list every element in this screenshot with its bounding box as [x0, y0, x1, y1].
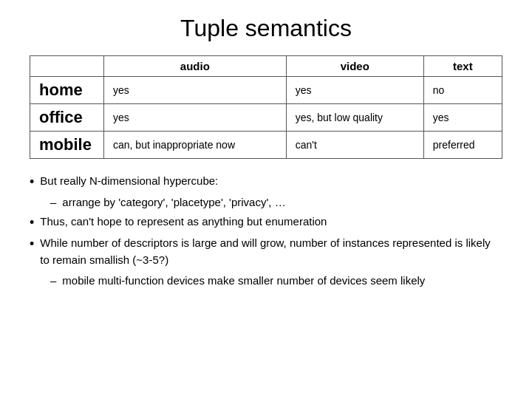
- bullet-dot: •: [30, 214, 34, 231]
- bullet-item-1: •Thus, can't hope to represent as anythi…: [30, 213, 502, 231]
- col-header-text: text: [423, 56, 502, 77]
- bullet-dot: •: [30, 236, 34, 253]
- bullet-item-0: •But really N-dimensional hypercube:: [30, 172, 502, 191]
- semantics-table: audio video text homeyesyesnoofficeyesye…: [30, 55, 502, 159]
- cell-office-col1: yes, but low quality: [286, 104, 423, 132]
- cell-home-col0: yes: [104, 77, 287, 104]
- sub-bullet-dash: –: [50, 194, 56, 211]
- sub-bullet-text-2-0: mobile multi-function devices make small…: [62, 272, 502, 289]
- cell-home-col1: yes: [286, 77, 423, 104]
- sub-bullet-dash: –: [50, 272, 56, 289]
- col-header-video: video: [286, 56, 423, 77]
- page-title: Tuple semantics: [30, 15, 502, 42]
- sub-bullet-0-0: –arrange by 'category', 'placetype', 'pr…: [50, 194, 502, 211]
- col-header-empty: [30, 56, 104, 77]
- bullet-text-0: But really N-dimensional hypercube:: [40, 172, 502, 189]
- bullet-dot: •: [30, 174, 34, 191]
- cell-office-col0: yes: [104, 104, 287, 132]
- row-label-mobile: mobile: [30, 132, 104, 159]
- bullet-text-1: Thus, can't hope to represent as anythin…: [40, 213, 502, 230]
- row-label-home: home: [30, 77, 104, 104]
- cell-home-col2: no: [423, 77, 502, 104]
- cell-office-col2: yes: [423, 104, 502, 132]
- page: Tuple semantics audio video text homeyes…: [0, 0, 532, 399]
- bullet-list: •But really N-dimensional hypercube:–arr…: [30, 172, 502, 290]
- sub-bullet-text-0-0: arrange by 'category', 'placetype', 'pri…: [62, 194, 502, 211]
- sub-bullet-2-0: –mobile multi-function devices make smal…: [50, 272, 502, 289]
- cell-mobile-col0: can, but inappropriate now: [104, 132, 287, 159]
- cell-mobile-col2: preferred: [423, 132, 502, 159]
- bullet-item-2: •While number of descriptors is large an…: [30, 234, 502, 269]
- bullet-text-2: While number of descriptors is large and…: [40, 234, 502, 269]
- row-label-office: office: [30, 104, 104, 132]
- col-header-audio: audio: [104, 56, 287, 77]
- cell-mobile-col1: can't: [286, 132, 423, 159]
